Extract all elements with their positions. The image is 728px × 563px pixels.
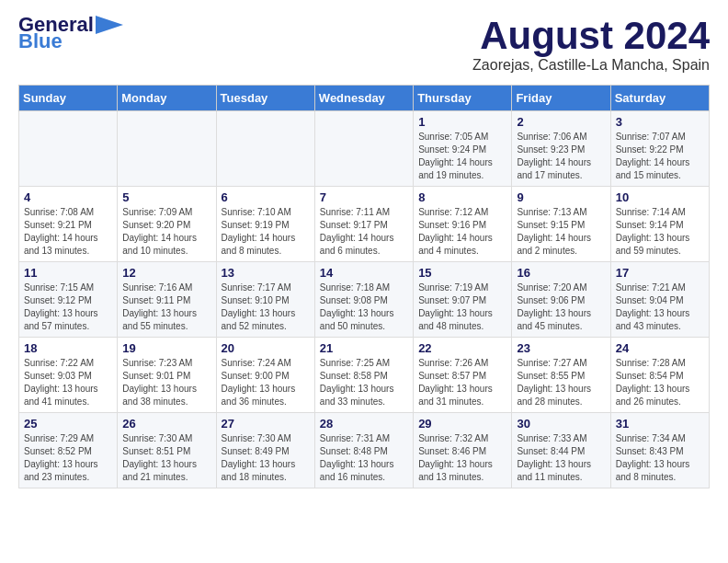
day-cell (19, 111, 118, 187)
day-cell: 24Sunrise: 7:28 AMSunset: 8:54 PMDayligh… (610, 338, 709, 413)
day-number: 15 (418, 266, 506, 280)
day-number: 5 (122, 190, 210, 204)
day-info: Sunrise: 7:32 AMSunset: 8:46 PMDaylight:… (418, 432, 506, 484)
calendar-body: 1Sunrise: 7:05 AMSunset: 9:24 PMDaylight… (19, 111, 710, 488)
day-info: Sunrise: 7:11 AMSunset: 9:17 PMDaylight:… (320, 206, 408, 258)
week-row-4: 18Sunrise: 7:22 AMSunset: 9:03 PMDayligh… (19, 338, 710, 413)
day-info: Sunrise: 7:14 AMSunset: 9:14 PMDaylight:… (616, 206, 704, 258)
title-block: August 2024 Zaorejas, Castille-La Mancha… (472, 15, 710, 74)
day-info: Sunrise: 7:12 AMSunset: 9:16 PMDaylight:… (418, 206, 506, 258)
day-number: 24 (616, 341, 704, 355)
location: Zaorejas, Castille-La Mancha, Spain (472, 57, 710, 74)
day-cell: 13Sunrise: 7:17 AMSunset: 9:10 PMDayligh… (216, 262, 314, 338)
col-wednesday: Wednesday (314, 86, 413, 111)
day-number: 28 (320, 417, 408, 431)
day-cell: 3Sunrise: 7:07 AMSunset: 9:22 PMDaylight… (610, 111, 709, 187)
day-info: Sunrise: 7:30 AMSunset: 8:51 PMDaylight:… (122, 432, 210, 484)
day-info: Sunrise: 7:08 AMSunset: 9:21 PMDaylight:… (24, 206, 112, 258)
day-info: Sunrise: 7:26 AMSunset: 8:57 PMDaylight:… (418, 357, 506, 408)
col-thursday: Thursday (414, 86, 512, 111)
day-info: Sunrise: 7:06 AMSunset: 9:23 PMDaylight:… (517, 131, 605, 182)
day-number: 26 (122, 417, 210, 431)
day-cell: 19Sunrise: 7:23 AMSunset: 9:01 PMDayligh… (118, 338, 216, 413)
day-cell: 27Sunrise: 7:30 AMSunset: 8:49 PMDayligh… (216, 413, 314, 488)
day-info: Sunrise: 7:20 AMSunset: 9:06 PMDaylight:… (517, 282, 605, 333)
logo: General Blue (18, 15, 123, 52)
day-info: Sunrise: 7:21 AMSunset: 9:04 PMDaylight:… (616, 282, 704, 333)
col-friday: Friday (512, 86, 610, 111)
day-number: 11 (24, 266, 112, 280)
day-number: 13 (222, 266, 310, 280)
day-cell: 31Sunrise: 7:34 AMSunset: 8:43 PMDayligh… (610, 413, 709, 488)
day-info: Sunrise: 7:15 AMSunset: 9:12 PMDaylight:… (24, 282, 112, 333)
day-info: Sunrise: 7:05 AMSunset: 9:24 PMDaylight:… (418, 131, 506, 182)
calendar-header: Sunday Monday Tuesday Wednesday Thursday… (19, 86, 710, 111)
col-tuesday: Tuesday (216, 86, 314, 111)
day-cell: 1Sunrise: 7:05 AMSunset: 9:24 PMDaylight… (414, 111, 512, 187)
calendar-table: Sunday Monday Tuesday Wednesday Thursday… (18, 85, 710, 488)
day-number: 20 (222, 341, 310, 355)
day-number: 19 (122, 341, 210, 355)
day-cell (314, 111, 413, 187)
day-info: Sunrise: 7:27 AMSunset: 8:55 PMDaylight:… (517, 357, 605, 408)
logo-text-blue: Blue (18, 31, 123, 52)
day-info: Sunrise: 7:22 AMSunset: 9:03 PMDaylight:… (24, 357, 112, 408)
day-number: 29 (418, 417, 506, 431)
day-number: 17 (616, 266, 704, 280)
day-cell: 14Sunrise: 7:18 AMSunset: 9:08 PMDayligh… (314, 262, 413, 338)
day-info: Sunrise: 7:34 AMSunset: 8:43 PMDaylight:… (616, 432, 704, 484)
day-number: 22 (418, 341, 506, 355)
month-title: August 2024 (472, 15, 710, 57)
day-number: 21 (320, 341, 408, 355)
day-cell: 16Sunrise: 7:20 AMSunset: 9:06 PMDayligh… (512, 262, 610, 338)
week-row-5: 25Sunrise: 7:29 AMSunset: 8:52 PMDayligh… (19, 413, 710, 488)
day-number: 31 (616, 417, 704, 431)
day-info: Sunrise: 7:19 AMSunset: 9:07 PMDaylight:… (418, 282, 506, 333)
col-sunday: Sunday (19, 86, 118, 111)
day-info: Sunrise: 7:24 AMSunset: 9:00 PMDaylight:… (222, 357, 310, 408)
day-number: 16 (517, 266, 605, 280)
day-number: 1 (418, 115, 506, 129)
day-info: Sunrise: 7:18 AMSunset: 9:08 PMDaylight:… (320, 282, 408, 333)
day-info: Sunrise: 7:07 AMSunset: 9:22 PMDaylight:… (616, 131, 704, 182)
page-header: General Blue August 2024 Zaorejas, Casti… (18, 15, 710, 74)
day-number: 23 (517, 341, 605, 355)
day-number: 18 (24, 341, 112, 355)
day-number: 9 (517, 190, 605, 204)
day-cell: 28Sunrise: 7:31 AMSunset: 8:48 PMDayligh… (314, 413, 413, 488)
day-number: 14 (320, 266, 408, 280)
day-number: 8 (418, 190, 506, 204)
day-cell (118, 111, 216, 187)
day-cell: 12Sunrise: 7:16 AMSunset: 9:11 PMDayligh… (118, 262, 216, 338)
day-cell: 9Sunrise: 7:13 AMSunset: 9:15 PMDaylight… (512, 187, 610, 262)
day-number: 6 (222, 190, 310, 204)
day-number: 25 (24, 417, 112, 431)
day-cell: 8Sunrise: 7:12 AMSunset: 9:16 PMDaylight… (414, 187, 512, 262)
day-cell: 30Sunrise: 7:33 AMSunset: 8:44 PMDayligh… (512, 413, 610, 488)
day-cell: 5Sunrise: 7:09 AMSunset: 9:20 PMDaylight… (118, 187, 216, 262)
day-cell: 20Sunrise: 7:24 AMSunset: 9:00 PMDayligh… (216, 338, 314, 413)
day-number: 2 (517, 115, 605, 129)
day-cell: 23Sunrise: 7:27 AMSunset: 8:55 PMDayligh… (512, 338, 610, 413)
day-number: 4 (24, 190, 112, 204)
day-number: 12 (122, 266, 210, 280)
week-row-3: 11Sunrise: 7:15 AMSunset: 9:12 PMDayligh… (19, 262, 710, 338)
day-info: Sunrise: 7:17 AMSunset: 9:10 PMDaylight:… (222, 282, 310, 333)
day-number: 27 (222, 417, 310, 431)
day-info: Sunrise: 7:31 AMSunset: 8:48 PMDaylight:… (320, 432, 408, 484)
header-row: Sunday Monday Tuesday Wednesday Thursday… (19, 86, 710, 111)
day-cell: 22Sunrise: 7:26 AMSunset: 8:57 PMDayligh… (414, 338, 512, 413)
day-cell: 25Sunrise: 7:29 AMSunset: 8:52 PMDayligh… (19, 413, 118, 488)
day-cell: 15Sunrise: 7:19 AMSunset: 9:07 PMDayligh… (414, 262, 512, 338)
day-cell: 11Sunrise: 7:15 AMSunset: 9:12 PMDayligh… (19, 262, 118, 338)
day-number: 3 (616, 115, 704, 129)
day-info: Sunrise: 7:28 AMSunset: 8:54 PMDaylight:… (616, 357, 704, 408)
day-cell: 4Sunrise: 7:08 AMSunset: 9:21 PMDaylight… (19, 187, 118, 262)
day-info: Sunrise: 7:23 AMSunset: 9:01 PMDaylight:… (122, 357, 210, 408)
day-info: Sunrise: 7:16 AMSunset: 9:11 PMDaylight:… (122, 282, 210, 333)
week-row-2: 4Sunrise: 7:08 AMSunset: 9:21 PMDaylight… (19, 187, 710, 262)
day-cell: 6Sunrise: 7:10 AMSunset: 9:19 PMDaylight… (216, 187, 314, 262)
day-cell: 10Sunrise: 7:14 AMSunset: 9:14 PMDayligh… (610, 187, 709, 262)
day-cell: 26Sunrise: 7:30 AMSunset: 8:51 PMDayligh… (118, 413, 216, 488)
day-info: Sunrise: 7:25 AMSunset: 8:58 PMDaylight:… (320, 357, 408, 408)
